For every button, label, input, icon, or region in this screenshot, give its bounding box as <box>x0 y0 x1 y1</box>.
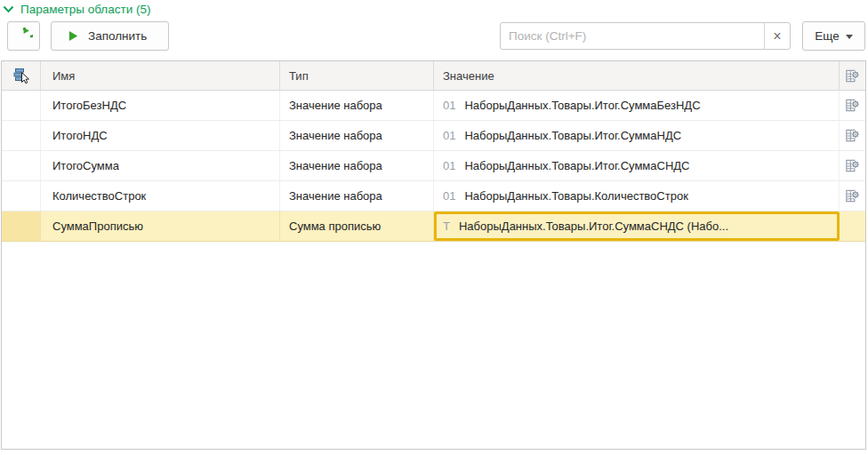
param-name-cell[interactable]: ИтогоСумма <box>41 151 280 180</box>
list-gear-icon <box>844 68 861 84</box>
value-settings-cell[interactable] <box>840 212 865 241</box>
column-header-name[interactable]: Имя <box>41 61 280 90</box>
value-settings-button[interactable] <box>840 91 865 120</box>
value-settings-button[interactable] <box>840 151 865 180</box>
param-value-cell[interactable]: 01 НаборыДанных.Товары.КоличествоСтрок <box>434 181 840 211</box>
table-row[interactable]: ИтогоНДС Значение набора 01 НаборыДанных… <box>2 121 865 151</box>
more-button-label: Еще <box>815 29 839 43</box>
fill-button-label: Заполнить <box>88 29 147 43</box>
param-name-cell[interactable]: СуммаПрописью <box>41 212 280 241</box>
value-type-badge: 01 <box>443 189 455 203</box>
row-picture-icon <box>12 67 30 84</box>
toolbar: Заполнить × Еще <box>7 21 865 51</box>
param-value-cell[interactable]: 01 НаборыДанных.Товары.Итог.СуммаБезНДС <box>434 91 840 120</box>
param-type-cell[interactable]: Значение набора <box>280 181 434 211</box>
table-row[interactable]: ИтогоСумма Значение набора 01 НаборыДанн… <box>2 151 865 181</box>
column-header-settings[interactable] <box>840 61 865 90</box>
table-row[interactable]: КоличествоСтрок Значение набора 01 Набор… <box>2 181 865 212</box>
param-type-cell[interactable]: Сумма прописью <box>280 212 434 241</box>
parameters-table: Имя Тип Значение <box>1 60 866 450</box>
list-gear-icon <box>844 188 861 204</box>
refresh-icon <box>15 28 33 45</box>
param-value-cell[interactable]: 01 НаборыДанных.Товары.Итог.СуммаСНДС <box>434 151 840 180</box>
param-name-cell[interactable]: ИтогоБезНДС <box>41 91 280 120</box>
param-type-cell[interactable]: Значение набора <box>280 151 434 180</box>
table-row[interactable]: ИтогоБезНДС Значение набора 01 НаборыДан… <box>2 91 865 121</box>
value-type-badge: 01 <box>443 99 455 112</box>
list-gear-icon <box>844 127 861 144</box>
search-box: × <box>500 22 791 50</box>
column-header-value[interactable]: Значение <box>434 61 840 90</box>
value-type-badge: Т <box>443 220 450 233</box>
value-type-badge: 01 <box>443 129 455 142</box>
param-name-cell[interactable]: ИтогоНДС <box>41 121 280 150</box>
row-marker-cell <box>2 212 41 241</box>
column-header-type[interactable]: Тип <box>280 61 434 90</box>
fill-button[interactable]: Заполнить <box>51 21 169 51</box>
param-name-cell[interactable]: КоличествоСтрок <box>41 181 280 211</box>
chevron-down-icon[interactable] <box>3 5 14 13</box>
search-input[interactable] <box>501 23 764 49</box>
chevron-down-icon <box>846 35 853 39</box>
param-type-cell[interactable]: Значение набора <box>280 91 434 120</box>
table-row-selected[interactable]: СуммаПрописью Сумма прописью Т НаборыДан… <box>2 212 865 242</box>
row-marker-cell <box>2 121 41 150</box>
value-settings-button[interactable] <box>840 121 865 150</box>
list-gear-icon <box>844 157 861 174</box>
refresh-button[interactable] <box>7 21 40 51</box>
row-marker-cell <box>2 151 41 180</box>
column-header-picture[interactable] <box>2 61 41 90</box>
param-type-cell[interactable]: Значение набора <box>280 121 434 150</box>
play-icon <box>68 30 79 42</box>
search-clear-button[interactable]: × <box>764 23 790 49</box>
param-value-cell[interactable]: 01 НаборыДанных.Товары.Итог.СуммаНДС <box>434 121 840 150</box>
value-settings-button[interactable] <box>840 181 865 211</box>
more-button[interactable]: Еще <box>802 21 865 51</box>
table-header: Имя Тип Значение <box>2 61 865 91</box>
param-value-cell-selected[interactable]: Т НаборыДанных.Товары.Итог.СуммаСНДС (На… <box>434 212 840 241</box>
list-gear-icon <box>844 97 861 114</box>
group-title: Параметры области (5) <box>20 3 150 16</box>
row-marker-cell <box>2 91 41 120</box>
row-marker-cell <box>2 181 41 211</box>
close-icon: × <box>773 28 781 44</box>
value-type-badge: 01 <box>443 159 455 172</box>
group-header-parameters[interactable]: Параметры области (5) <box>3 3 150 16</box>
